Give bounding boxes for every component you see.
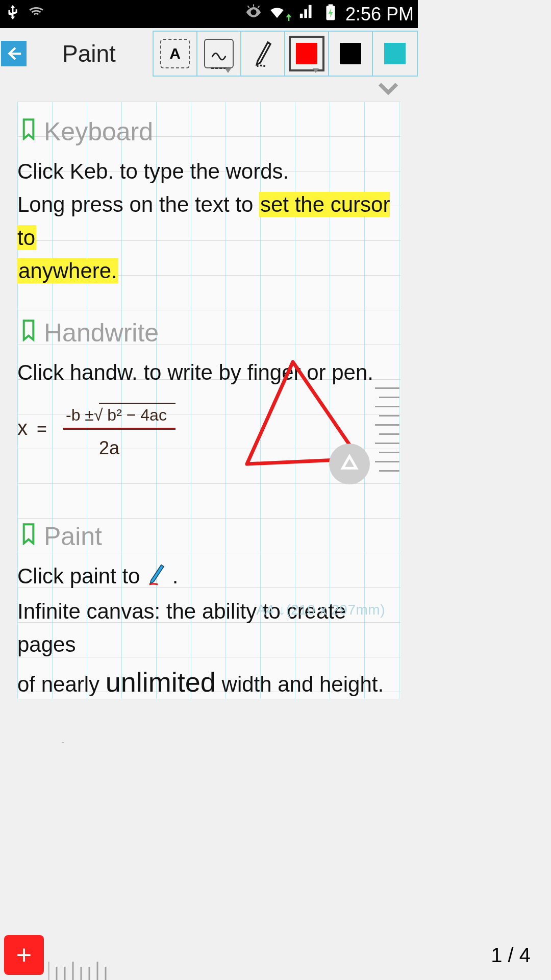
canvas-area[interactable]: Keyboard Click Keb. to type the words. L… [0,102,418,699]
toolbar: A [153,31,418,77]
paintbrush-icon [146,561,166,595]
red-swatch [296,43,317,64]
section-title-paint: Paint [44,522,102,551]
text-tool-label: A [160,39,190,68]
svg-text:-b ±√ b² − 4ac: -b ±√ b² − 4ac [66,406,167,424]
svg-rect-1 [329,4,333,6]
teal-swatch [384,43,406,64]
wifi-outline-icon [28,4,45,25]
handwrite-icon [204,39,234,68]
section-heading-handwrite: Handwrite [20,318,400,348]
pen-icon [253,37,273,70]
black-swatch [340,43,361,64]
color-red-button[interactable] [285,32,329,76]
battery-charging-icon [322,4,339,25]
iknow-label: I know [49,739,111,743]
back-button[interactable] [1,41,27,66]
color-black-button[interactable] [329,32,373,76]
paint-line1: Click paint to . [17,559,400,594]
usb-icon [4,4,21,25]
keyboard-line2: Long press on the text to set the cursor… [17,188,400,287]
collapse-toolbar-button[interactable] [377,81,399,99]
eye-icon [245,4,262,25]
handwrite-tool-button[interactable] [197,32,241,76]
paint-line2b: of nearly unlimited width and height. [17,661,400,704]
status-time: 2:56 PM [345,4,414,25]
svg-text:2a: 2a [99,437,120,458]
paint-tool-button[interactable] [241,32,285,76]
zoom-handle[interactable] [329,444,370,484]
app-title: Paint [62,40,116,67]
wifi-icon [268,4,292,25]
bookmark-icon [20,318,37,348]
iknow-row[interactable]: I know [17,734,400,743]
svg-text:=: = [37,419,47,438]
section-heading-keyboard: Keyboard [20,117,400,146]
svg-text:x: x [17,416,28,439]
quadratic-formula-drawing: x = -b ±√ b² − 4ac 2a [17,399,186,465]
signal-icon [298,4,316,25]
page-size-badge: A4 ↓(210 x 297mm) [256,602,385,618]
bookmark-icon [20,522,37,551]
status-bar: 2:56 PM [0,0,418,28]
section-heading-paint: Paint [20,522,400,551]
vertical-ruler[interactable] [375,387,399,489]
section-title-handwrite: Handwrite [44,318,159,348]
color-teal-button[interactable] [373,32,417,76]
keyboard-line1: Click Keb. to type the words. [17,155,400,188]
text-tool-button[interactable]: A [154,32,197,76]
app-header: Paint A [0,28,418,79]
bookmark-icon [20,117,37,146]
section-title-keyboard: Keyboard [44,117,153,146]
